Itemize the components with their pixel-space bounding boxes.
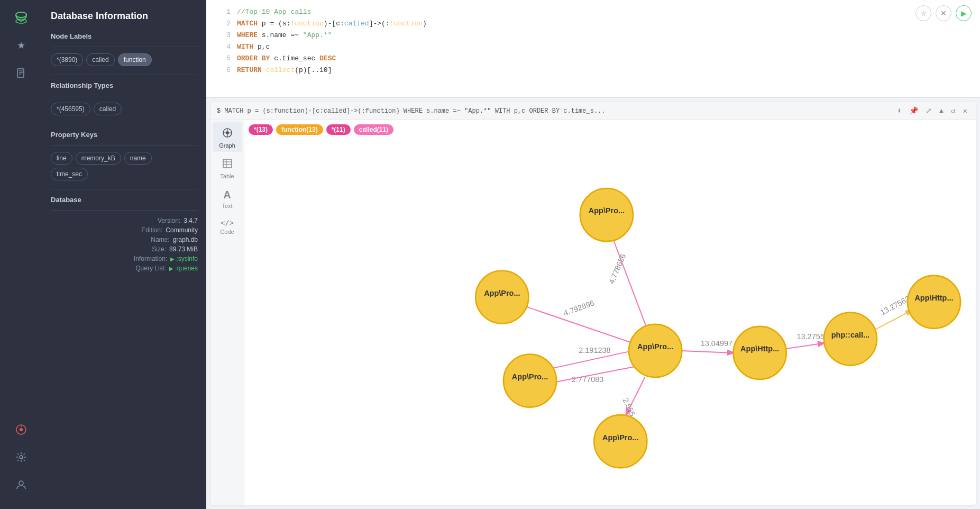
- tag-all-nodes[interactable]: *(3890): [51, 53, 83, 66]
- documents-icon[interactable]: [10, 61, 33, 85]
- node-labels-section: Node Labels: [51, 32, 198, 40]
- db-edition-row: Edition: Community: [51, 226, 198, 234]
- scroll-up-icon[interactable]: ▲: [937, 106, 946, 116]
- queries-link[interactable]: :queries: [175, 265, 198, 272]
- edge-label-n2-n4: 4.792896: [562, 298, 595, 317]
- svg-point-10: [19, 481, 23, 485]
- tag-called-node[interactable]: called: [86, 53, 114, 66]
- tag-function-node[interactable]: function: [118, 53, 152, 66]
- code-line-1: 1 //Top 10 App calls: [206, 6, 972, 18]
- node-label-n8: App\Http...: [914, 294, 953, 302]
- tag-line[interactable]: line: [51, 152, 72, 165]
- node-label-n4: App\Pro...: [637, 342, 673, 351]
- edge-label-n4-n5: 13.04997: [701, 339, 732, 348]
- code-line-4: 4 WITH p,c: [206, 41, 972, 53]
- graph-tab-icon: [222, 128, 233, 141]
- legend-bar: *(13) function(13) *(11) called(11): [249, 124, 393, 135]
- code-tab-icon: </>: [221, 219, 234, 227]
- graph-area: *(13) function(13) *(11) called(11) 4.77…: [244, 120, 976, 505]
- code-line-3: 3 WHERE s.name =~ "App.*": [206, 30, 972, 41]
- db-info-row: Information: ▶ :sysinfo: [51, 255, 198, 262]
- cloud-icon[interactable]: [10, 418, 33, 441]
- download-icon[interactable]: ⬇: [895, 105, 903, 116]
- pin-icon[interactable]: 📌: [907, 105, 920, 116]
- tab-table[interactable]: Table: [213, 153, 242, 183]
- view-tabs: Graph Table A Text: [210, 120, 244, 505]
- queries-play-icon: ▶: [169, 266, 173, 271]
- node-label-n7: App\Pro...: [602, 433, 638, 442]
- db-version-row: Version: 3.4.7: [51, 217, 198, 224]
- db-queries-row: Query List: ▶ :queries: [51, 265, 198, 272]
- sysinfo-play-icon: ▶: [170, 256, 175, 262]
- favorites-icon[interactable]: ★: [10, 34, 33, 57]
- close-result-icon[interactable]: ✕: [961, 105, 969, 116]
- tab-code-label: Code: [220, 229, 234, 235]
- node-label-n2: App\Pro...: [484, 289, 520, 297]
- tag-memory-kb[interactable]: memory_kB: [76, 152, 121, 165]
- code-lines: 1 //Top 10 App calls 2 MATCH p = (s:func…: [206, 6, 980, 77]
- legend-all-rels[interactable]: *(11): [326, 124, 351, 135]
- tab-code[interactable]: </> Code: [213, 213, 242, 238]
- property-keys-section: Property Keys: [51, 131, 198, 139]
- close-button[interactable]: ✕: [936, 5, 951, 21]
- svg-rect-17: [223, 159, 232, 168]
- legend-function[interactable]: function(13): [276, 124, 323, 135]
- refresh-icon[interactable]: ↺: [949, 105, 957, 116]
- sidebar-title: Database Information: [51, 11, 198, 22]
- tab-graph-label: Graph: [219, 142, 235, 149]
- tag-called-rel[interactable]: called: [94, 103, 122, 115]
- person-icon[interactable]: [10, 473, 33, 496]
- run-button[interactable]: ▶: [956, 5, 972, 21]
- code-line-5: 5 ORDER BY c.time_sec DESC: [206, 53, 972, 65]
- tab-graph[interactable]: Graph: [213, 122, 242, 152]
- code-line-6: 6 RETURN collect(p)[..10]: [206, 65, 972, 76]
- sysinfo-link[interactable]: :sysinfo: [176, 255, 198, 262]
- result-panel: $ MATCH p = (s:function)-[c:called]->(:f…: [210, 102, 976, 505]
- result-bar-icons: ⬇ 📌 ⤢ ▲ ↺ ✕: [895, 105, 969, 116]
- icon-bar: ★: [0, 0, 42, 509]
- star-button[interactable]: ☆: [915, 5, 931, 21]
- edge-label-n3-n4a: 2.191238: [579, 346, 610, 355]
- svg-point-0: [16, 12, 26, 17]
- tab-text[interactable]: A Text: [213, 184, 242, 212]
- relationship-tags: *(456595) called: [51, 103, 198, 115]
- result-query-text: $ MATCH p = (s:function)-[c:called]->(:f…: [217, 107, 891, 115]
- database-section: Database: [51, 196, 198, 204]
- node-label-n1: App\Pro...: [589, 206, 625, 215]
- svg-point-9: [20, 456, 23, 459]
- result-content: Graph Table A Text: [210, 120, 976, 505]
- node-label-n6: php::call...: [831, 331, 869, 339]
- table-tab-icon: [222, 158, 233, 171]
- text-tab-icon: A: [223, 189, 231, 201]
- expand-icon[interactable]: ⤢: [923, 105, 934, 116]
- edge-n5-n6: [786, 343, 824, 349]
- node-label-n3: App\Pro...: [512, 372, 548, 381]
- code-editor: ☆ ✕ ▶ 1 //Top 10 App calls 2 MATCH p = (…: [206, 0, 980, 98]
- main-area: ☆ ✕ ▶ 1 //Top 10 App calls 2 MATCH p = (…: [206, 0, 980, 509]
- edge-label-n3-n4b: 2.777083: [572, 375, 603, 384]
- sidebar: Database Information Node Labels *(3890)…: [42, 0, 206, 509]
- svg-point-7: [20, 428, 23, 431]
- relationship-types-section: Relationship Types: [51, 81, 198, 89]
- result-bar: $ MATCH p = (s:function)-[c:called]->(:f…: [210, 102, 976, 120]
- edge-n4-n5: [682, 351, 733, 353]
- logo-icon[interactable]: [10, 6, 33, 30]
- svg-point-12: [226, 131, 229, 134]
- db-size-row: Size: 89.73 MiB: [51, 246, 198, 253]
- tag-name[interactable]: name: [124, 152, 152, 165]
- tag-time-sec[interactable]: time_sec: [51, 168, 88, 180]
- legend-all-nodes[interactable]: *(13): [249, 124, 273, 135]
- svg-rect-2: [17, 69, 24, 77]
- node-labels-tags: *(3890) called function: [51, 53, 198, 66]
- tab-text-label: Text: [222, 203, 232, 209]
- tab-table-label: Table: [220, 173, 234, 179]
- tag-all-rels[interactable]: *(456595): [51, 103, 90, 115]
- node-label-n5: App\Http...: [740, 344, 779, 353]
- legend-called[interactable]: called(11): [354, 124, 393, 135]
- settings-icon[interactable]: [10, 446, 33, 469]
- code-line-2: 2 MATCH p = (s:function)-[c:called]->(:f…: [206, 18, 972, 30]
- property-tags: line memory_kB name: [51, 152, 198, 165]
- editor-toolbar: ☆ ✕ ▶: [915, 5, 972, 21]
- db-name-row: Name: graph.db: [51, 236, 198, 243]
- graph-svg: 4.778656 4.792896 2.191238 2.777083 13.0…: [244, 120, 976, 505]
